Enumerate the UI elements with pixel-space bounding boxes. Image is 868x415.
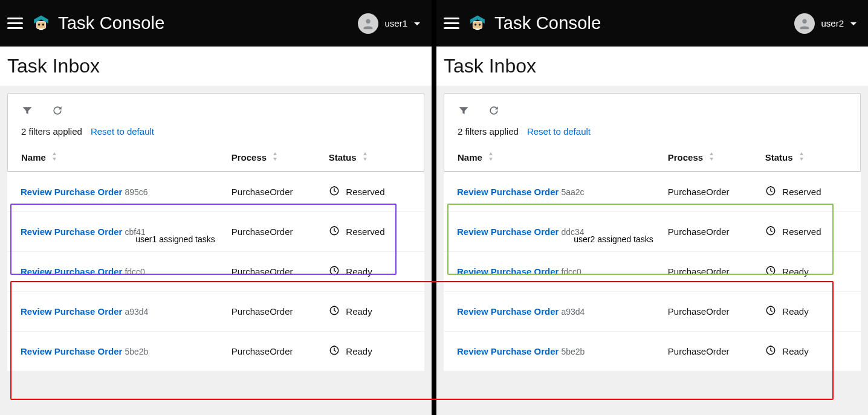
task-process-label: PurchaseOrder [232,187,329,197]
task-name-label: Review Purchase Order [21,266,122,277]
avatar-icon [358,13,378,34]
col-process-label[interactable]: Process [232,152,267,162]
table-header: Name Process Status [444,145,860,172]
col-status-label[interactable]: Status [329,152,357,162]
col-status-label[interactable]: Status [765,152,793,162]
task-link[interactable]: Review Purchase Order5aa2c [457,187,585,197]
panel-divider [432,0,436,415]
task-status-label: Ready [782,346,808,356]
status-icon [765,185,776,198]
user-menu[interactable]: user1 [358,13,421,34]
sort-icon[interactable] [363,152,368,162]
refresh-icon[interactable] [51,105,63,117]
reset-filters-link[interactable]: Reset to default [91,126,154,137]
filter-icon[interactable] [458,105,470,117]
task-name-label: Review Purchase Order [457,187,559,197]
svg-point-2 [42,24,44,25]
task-process-label: PurchaseOrder [232,227,329,237]
task-status-label: Ready [782,266,808,277]
task-name-label: Review Purchase Order [21,346,122,356]
task-link[interactable]: Review Purchase Orderfdcc0 [21,266,145,277]
status-icon [765,305,776,318]
table-row: Review Purchase Orderfdcc0PurchaseOrderR… [444,252,861,292]
task-id-label: cbf41 [125,227,145,237]
task-name-label: Review Purchase Order [457,306,559,317]
table-row: Review Purchase Order5aa2cPurchaseOrderR… [444,172,861,212]
reset-filters-link[interactable]: Reset to default [527,126,591,137]
status-icon [765,345,776,358]
filter-icon[interactable] [21,105,33,117]
col-name-label[interactable]: Name [21,152,46,162]
hamburger-menu-icon[interactable] [442,14,461,33]
task-name-label: Review Purchase Order [457,346,559,356]
col-process-label[interactable]: Process [668,152,703,162]
task-process-label: PurchaseOrder [232,306,329,317]
task-process-label: PurchaseOrder [232,266,329,277]
task-status-label: Ready [346,346,372,356]
sort-icon[interactable] [52,152,57,162]
task-status-label: Ready [782,306,808,317]
task-id-label: fdcc0 [125,267,144,277]
page-title: Task Inbox [436,47,868,86]
svg-rect-9 [473,21,482,28]
status-icon [765,265,776,278]
hamburger-menu-icon[interactable] [6,14,24,33]
status-icon [329,265,340,278]
page-title: Task Inbox [0,47,432,86]
refresh-icon[interactable] [488,105,500,117]
chevron-down-icon [413,18,421,29]
table-row: Review Purchase Orderfdcc0PurchaseOrderR… [7,252,424,292]
app-title: Task Console [58,13,165,33]
task-status-label: Ready [346,306,372,317]
task-status-label: Reserved [782,227,821,237]
filters-applied-label: 2 filters applied [458,126,519,137]
task-id-label: a93d4 [561,307,585,317]
table-row: Review Purchase Order5be2bPurchaseOrderR… [7,332,424,372]
svg-point-11 [479,24,481,25]
table-row: Review Purchase Ordercbf41PurchaseOrderR… [7,212,424,252]
task-id-label: 5be2b [125,347,148,356]
status-icon [765,225,776,238]
status-icon [329,305,340,318]
app-header: Task Console user2 [436,0,868,47]
user-name-label: user1 [384,18,407,28]
chevron-down-icon [850,18,857,29]
user-name-label: user2 [821,18,844,28]
sort-icon[interactable] [799,152,804,162]
task-link[interactable]: Review Purchase Order5be2b [21,346,148,356]
app-logo-icon [30,13,52,34]
app-header: Task Console user1 [0,0,432,47]
svg-rect-0 [36,21,45,28]
task-link[interactable]: Review Purchase Ordera93d4 [457,306,585,317]
sort-icon[interactable] [273,152,277,162]
user-menu[interactable]: user2 [794,13,857,34]
task-id-label: 5aa2c [561,187,584,197]
task-inbox-card: 2 filters applied Reset to default Name … [7,93,424,172]
filters-applied-label: 2 filters applied [21,126,82,137]
task-process-label: PurchaseOrder [668,227,766,237]
task-link[interactable]: Review Purchase Orderfdcc0 [457,266,581,277]
task-status-label: Reserved [346,187,384,197]
task-link[interactable]: Review Purchase Orderddc34 [457,227,585,237]
col-name-label[interactable]: Name [458,152,482,162]
sort-icon[interactable] [709,152,714,162]
svg-point-12 [803,19,807,23]
status-icon [329,345,340,358]
table-row: Review Purchase Ordera93d4PurchaseOrderR… [7,292,424,332]
task-link[interactable]: Review Purchase Ordercbf41 [21,227,146,237]
table-header: Name Process Status [8,145,424,172]
task-link[interactable]: Review Purchase Ordera93d4 [21,306,148,317]
table-row: Review Purchase Order895c6PurchaseOrderR… [7,172,424,212]
task-process-label: PurchaseOrder [668,346,766,356]
avatar-icon [794,13,815,34]
task-link[interactable]: Review Purchase Order895c6 [21,187,148,197]
table-row: Review Purchase Ordera93d4PurchaseOrderR… [444,292,861,332]
task-link[interactable]: Review Purchase Order5be2b [457,346,585,356]
task-status-label: Ready [346,266,372,277]
task-id-label: ddc34 [561,227,584,237]
task-process-label: PurchaseOrder [668,306,766,317]
task-id-label: 5be2b [561,347,585,356]
status-icon [329,225,340,238]
sort-icon[interactable] [488,152,493,162]
svg-point-1 [38,24,40,25]
